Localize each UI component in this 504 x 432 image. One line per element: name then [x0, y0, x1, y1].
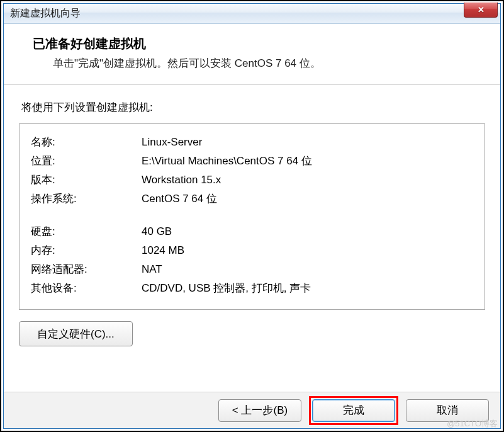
cancel-button[interactable]: 取消 [406, 399, 489, 422]
close-icon: ✕ [478, 5, 484, 14]
settings-prompt: 将使用下列设置创建虚拟机: [21, 100, 485, 115]
footer: < 上一步(B) 完成 取消 [4, 392, 500, 428]
wizard-header: 已准备好创建虚拟机 单击"完成"创建虚拟机。然后可以安装 CentOS 7 64… [4, 24, 500, 85]
titlebar: 新建虚拟机向导 ✕ [4, 4, 500, 24]
value-other: CD/DVD, USB 控制器, 打印机, 声卡 [142, 279, 473, 298]
value-os: CentOS 7 64 位 [142, 190, 473, 208]
window-title: 新建虚拟机向导 [10, 7, 81, 20]
content-area: 将使用下列设置创建虚拟机: 名称: Linux-Server 位置: E:\Vi… [4, 85, 500, 392]
wizard-window: 新建虚拟机向导 ✕ 已准备好创建虚拟机 单击"完成"创建虚拟机。然后可以安装 C… [3, 3, 501, 429]
row-os: 操作系统: CentOS 7 64 位 [31, 190, 473, 208]
value-name: Linux-Server [142, 133, 473, 152]
label-name: 名称: [31, 133, 142, 152]
customize-hardware-button[interactable]: 自定义硬件(C)... [19, 321, 133, 346]
row-name: 名称: Linux-Server [31, 133, 473, 152]
header-title: 已准备好创建虚拟机 [33, 35, 488, 52]
finish-highlight: 完成 [309, 396, 398, 425]
value-disk: 40 GB [142, 222, 473, 241]
header-subtitle: 单击"完成"创建虚拟机。然后可以安装 CentOS 7 64 位。 [33, 56, 488, 71]
value-version: Workstation 15.x [142, 171, 473, 190]
label-location: 位置: [31, 152, 142, 171]
label-os: 操作系统: [31, 190, 142, 208]
row-memory: 内存: 1024 MB [31, 241, 473, 260]
row-network: 网络适配器: NAT [31, 260, 473, 279]
label-disk: 硬盘: [31, 222, 142, 241]
close-button[interactable]: ✕ [464, 3, 498, 18]
label-memory: 内存: [31, 241, 142, 260]
label-version: 版本: [31, 171, 142, 190]
back-button[interactable]: < 上一步(B) [218, 399, 301, 422]
value-network: NAT [142, 260, 473, 279]
row-version: 版本: Workstation 15.x [31, 171, 473, 190]
finish-button[interactable]: 完成 [312, 399, 395, 422]
row-location: 位置: E:\Virtual Machines\CentOS 7 64 位 [31, 152, 473, 171]
value-location: E:\Virtual Machines\CentOS 7 64 位 [142, 152, 473, 171]
label-other: 其他设备: [31, 279, 142, 298]
row-other: 其他设备: CD/DVD, USB 控制器, 打印机, 声卡 [31, 279, 473, 298]
value-memory: 1024 MB [142, 241, 473, 260]
row-disk: 硬盘: 40 GB [31, 222, 473, 241]
label-network: 网络适配器: [31, 260, 142, 279]
summary-box: 名称: Linux-Server 位置: E:\Virtual Machines… [19, 123, 485, 310]
